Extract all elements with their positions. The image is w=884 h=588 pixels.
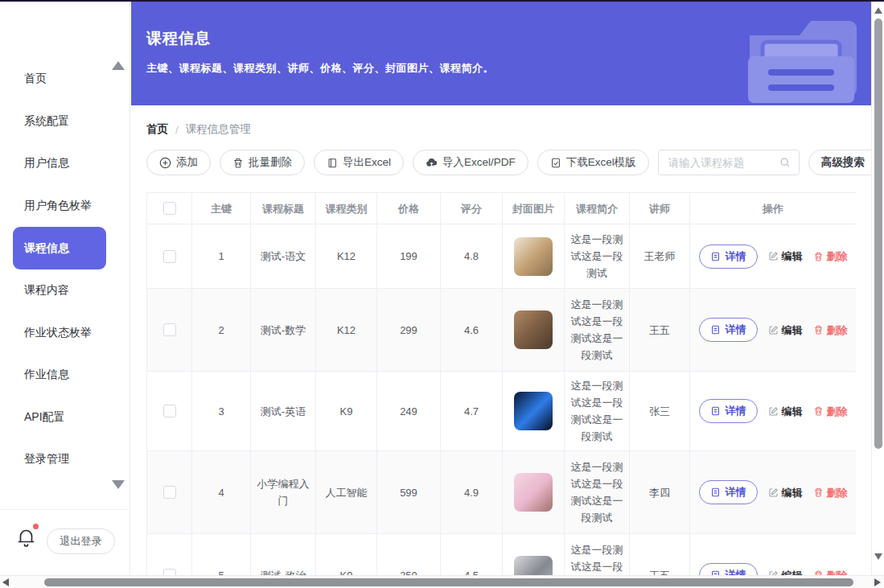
cell-cover [503,451,565,534]
scroll-down-arrow-icon[interactable] [874,553,882,560]
notification-dot [33,524,39,529]
cover-image[interactable] [514,556,553,575]
edit-label: 编辑 [782,403,803,420]
cell-intro: 这是一段测试这是一段测试这是一段测试 [565,451,630,534]
scroll-left-arrow-icon[interactable] [2,578,9,586]
sidebar-item-course-info[interactable]: 课程信息 [13,227,106,269]
export-icon [327,157,338,169]
edit-label: 编辑 [782,484,803,501]
toolbar: 添加 批量删除 导出Excel 导入Excel/PDF [146,150,871,175]
export-excel-button[interactable]: 导出Excel [314,150,404,175]
delete-button[interactable]: 删除 [813,567,848,576]
detail-button[interactable]: 详情 [699,399,758,423]
delete-trash-icon [813,324,824,335]
breadcrumb: 首页 / 课程信息管理 [146,122,871,137]
cell-id: 1 [192,224,251,289]
add-button[interactable]: 添加 [146,150,211,175]
cover-image[interactable] [514,310,553,349]
row-checkbox[interactable] [163,323,176,336]
header-teacher: 讲师 [630,193,690,224]
sidebar-item-user-role-enum[interactable]: 用户角色枚举 [0,185,130,228]
breadcrumb-home[interactable]: 首页 [146,122,168,137]
sidebar-scroll-down-icon[interactable] [112,480,125,489]
sidebar-item-user-info[interactable]: 用户信息 [0,142,130,185]
delete-trash-icon [813,487,824,498]
delete-label: 删除 [827,567,848,576]
window-top-border [0,0,884,2]
row-checkbox[interactable] [163,569,176,575]
horizontal-scrollbar-thumb[interactable] [44,578,853,586]
cover-image[interactable] [514,237,553,276]
batch-delete-button[interactable]: 批量删除 [220,150,305,175]
detail-button[interactable]: 详情 [699,245,758,269]
edit-button[interactable]: 编辑 [768,322,803,339]
download-template-button[interactable]: 下载Excel模版 [537,150,649,175]
search-icon[interactable] [779,157,791,168]
sidebar-item-homework-status-enum[interactable]: 作业状态枚举 [0,312,130,355]
page-banner: 课程信息 主键、课程标题、课程类别、讲师、价格、评分、封面图片、课程简介。 [131,2,871,105]
search-box [658,150,800,175]
cell-teacher: 张三 [630,372,690,451]
sidebar-item-course-content[interactable]: 课程内容 [0,269,130,312]
row-select-cell [147,289,192,372]
row-select-cell [147,451,192,534]
edit-pencil-icon [768,406,779,417]
row-checkbox[interactable] [163,486,176,499]
cell-title: 小学编程入门 [251,451,316,534]
detail-doc-icon [710,487,721,498]
detail-button[interactable]: 详情 [699,480,758,504]
cell-actions: 详情编辑删除 [690,224,856,289]
sidebar-item-login-management[interactable]: 登录管理 [0,438,130,481]
document-check-icon [550,157,561,169]
detail-label: 详情 [726,404,746,418]
table-row: 1测试-语文K121994.8这是一段测试这是一段测试王老师详情编辑删除 [147,224,856,289]
scroll-up-arrow-icon[interactable] [874,7,882,14]
import-excel-button[interactable]: 导入Excel/PDF [413,150,528,175]
cover-image[interactable] [514,392,553,430]
detail-label: 详情 [726,568,746,575]
sidebar-item-system-config[interactable]: 系统配置 [0,101,130,143]
row-select-cell [147,534,192,575]
row-checkbox[interactable] [163,405,176,417]
search-input[interactable] [667,156,779,170]
sidebar-item-api-config[interactable]: API配置 [0,397,130,439]
cell-teacher: 王五 [630,534,690,575]
detail-button[interactable]: 详情 [699,318,758,342]
edit-button[interactable]: 编辑 [768,567,803,576]
delete-button[interactable]: 删除 [813,322,848,339]
cell-intro: 这是一段测试这是一段测试这是一段测试 [565,289,630,372]
vertical-scrollbar-thumb[interactable] [874,19,882,449]
logout-button[interactable]: 退出登录 [47,528,115,554]
sidebar-item-homework-info[interactable]: 作业信息 [0,354,130,397]
header-cover: 封面图片 [503,193,565,224]
delete-button[interactable]: 删除 [813,248,848,265]
detail-button[interactable]: 详情 [699,563,758,575]
advanced-search-button[interactable]: 高级搜索 [808,150,871,175]
edit-button[interactable]: 编辑 [768,248,803,265]
notification-bell-icon[interactable] [16,526,40,552]
horizontal-scrollbar[interactable] [0,575,884,588]
row-checkbox[interactable] [163,250,176,263]
delete-label: 删除 [827,322,848,339]
scroll-right-arrow-icon[interactable] [874,578,881,586]
table-header-row: 主键 课程标题 课程类别 价格 评分 封面图片 课程简介 讲师 操作 [147,193,856,224]
edit-button[interactable]: 编辑 [768,403,803,420]
header-select-all [147,193,192,224]
row-select-cell [147,224,192,289]
edit-button[interactable]: 编辑 [768,484,803,501]
sidebar-scroll-up-icon[interactable] [112,61,125,70]
export-excel-label: 导出Excel [343,155,391,170]
cell-teacher: 王五 [630,289,690,372]
cover-image[interactable] [514,473,553,512]
header-id: 主键 [192,193,251,224]
vertical-scrollbar[interactable] [871,2,884,575]
delete-button[interactable]: 删除 [813,484,848,501]
cell-cover [503,224,565,289]
edit-label: 编辑 [782,567,803,576]
cell-title: 测试-语文 [251,224,316,289]
edit-label: 编辑 [782,322,803,339]
sidebar-item-home[interactable]: 首页 [0,58,130,101]
edit-label: 编辑 [782,248,803,265]
delete-button[interactable]: 删除 [813,403,848,420]
select-all-checkbox[interactable] [163,202,176,215]
